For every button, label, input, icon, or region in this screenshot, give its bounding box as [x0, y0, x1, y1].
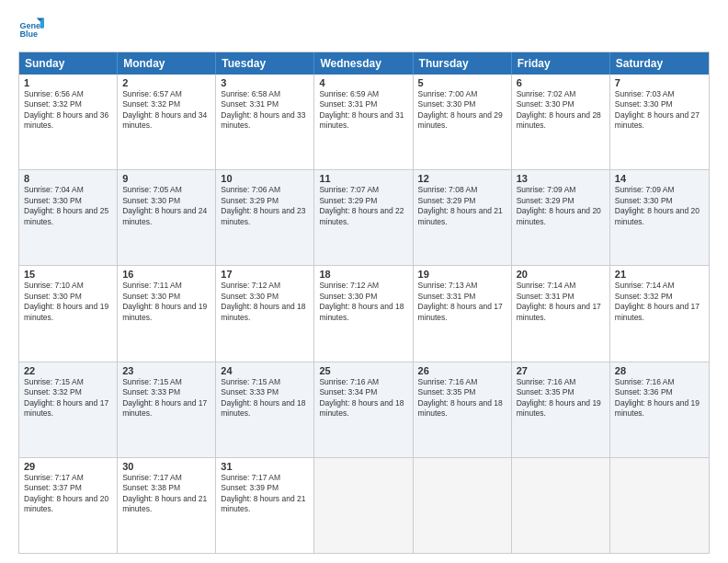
day-number: 9 — [122, 173, 210, 184]
cell-info: Sunrise: 7:05 AMSunset: 3:30 PMDaylight:… — [122, 185, 210, 227]
day-number: 8 — [24, 173, 112, 184]
table-row: 17 Sunrise: 7:12 AMSunset: 3:30 PMDaylig… — [216, 266, 314, 361]
header: General Blue — [18, 17, 710, 42]
table-row: 13 Sunrise: 7:09 AMSunset: 3:29 PMDaylig… — [512, 170, 610, 265]
day-number: 24 — [221, 365, 309, 376]
cell-info: Sunrise: 7:17 AMSunset: 3:37 PMDaylight:… — [24, 473, 112, 515]
cell-info: Sunrise: 7:07 AMSunset: 3:29 PMDaylight:… — [319, 185, 407, 227]
table-row: 19 Sunrise: 7:13 AMSunset: 3:31 PMDaylig… — [414, 266, 512, 361]
cell-info: Sunrise: 6:56 AMSunset: 3:32 PMDaylight:… — [24, 89, 112, 132]
svg-text:Blue: Blue — [19, 29, 38, 39]
cell-info: Sunrise: 7:14 AMSunset: 3:31 PMDaylight:… — [517, 281, 605, 323]
day-number: 26 — [418, 365, 506, 376]
table-row: 10 Sunrise: 7:06 AMSunset: 3:29 PMDaylig… — [216, 170, 314, 265]
table-row — [512, 458, 610, 553]
cell-info: Sunrise: 6:57 AMSunset: 3:32 PMDaylight:… — [122, 89, 210, 132]
day-number: 1 — [24, 77, 112, 88]
cell-info: Sunrise: 7:08 AMSunset: 3:29 PMDaylight:… — [418, 185, 506, 227]
table-row: 22 Sunrise: 7:15 AMSunset: 3:32 PMDaylig… — [19, 362, 118, 457]
table-row: 8 Sunrise: 7:04 AMSunset: 3:30 PMDayligh… — [19, 170, 118, 265]
day-number: 14 — [615, 173, 704, 184]
day-number: 27 — [517, 365, 605, 376]
table-row: 18 Sunrise: 7:12 AMSunset: 3:30 PMDaylig… — [314, 266, 413, 361]
day-number: 11 — [319, 173, 407, 184]
table-row: 5 Sunrise: 7:00 AMSunset: 3:30 PMDayligh… — [414, 75, 512, 169]
cell-info: Sunrise: 7:10 AMSunset: 3:30 PMDaylight:… — [24, 281, 112, 323]
day-number: 19 — [418, 269, 506, 280]
table-row: 30 Sunrise: 7:17 AMSunset: 3:38 PMDaylig… — [118, 458, 216, 553]
day-number: 25 — [319, 365, 407, 376]
cell-info: Sunrise: 7:00 AMSunset: 3:30 PMDaylight:… — [418, 89, 506, 132]
cell-info: Sunrise: 7:16 AMSunset: 3:35 PMDaylight:… — [517, 377, 605, 419]
day-number: 5 — [418, 77, 506, 88]
calendar-week-3: 15 Sunrise: 7:10 AMSunset: 3:30 PMDaylig… — [19, 265, 709, 361]
cell-info: Sunrise: 7:16 AMSunset: 3:36 PMDaylight:… — [615, 377, 704, 419]
table-row: 1 Sunrise: 6:56 AMSunset: 3:32 PMDayligh… — [19, 75, 118, 169]
cell-info: Sunrise: 6:59 AMSunset: 3:31 PMDaylight:… — [319, 89, 407, 132]
day-number: 10 — [221, 173, 309, 184]
header-tuesday: Tuesday — [216, 52, 314, 75]
page: General Blue Sunday Monday Tuesday Wedne… — [0, 0, 728, 563]
header-sunday: Sunday — [19, 52, 118, 75]
day-number: 20 — [517, 269, 605, 280]
cell-info: Sunrise: 7:12 AMSunset: 3:30 PMDaylight:… — [221, 281, 309, 323]
logo: General Blue — [18, 17, 48, 42]
calendar-week-1: 1 Sunrise: 6:56 AMSunset: 3:32 PMDayligh… — [19, 75, 709, 169]
day-number: 17 — [221, 269, 309, 280]
day-number: 21 — [615, 269, 704, 280]
table-row — [314, 458, 413, 553]
table-row: 4 Sunrise: 6:59 AMSunset: 3:31 PMDayligh… — [314, 75, 413, 169]
cell-info: Sunrise: 7:17 AMSunset: 3:38 PMDaylight:… — [122, 473, 210, 515]
header-saturday: Saturday — [610, 52, 709, 75]
cell-info: Sunrise: 7:16 AMSunset: 3:35 PMDaylight:… — [418, 377, 506, 419]
day-number: 29 — [24, 461, 112, 472]
cell-info: Sunrise: 7:14 AMSunset: 3:32 PMDaylight:… — [615, 281, 704, 323]
day-number: 15 — [24, 269, 112, 280]
cell-info: Sunrise: 7:15 AMSunset: 3:32 PMDaylight:… — [24, 377, 112, 419]
table-row: 25 Sunrise: 7:16 AMSunset: 3:34 PMDaylig… — [314, 362, 413, 457]
cell-info: Sunrise: 7:03 AMSunset: 3:30 PMDaylight:… — [615, 89, 704, 132]
header-wednesday: Wednesday — [314, 52, 413, 75]
table-row: 20 Sunrise: 7:14 AMSunset: 3:31 PMDaylig… — [512, 266, 610, 361]
cell-info: Sunrise: 7:15 AMSunset: 3:33 PMDaylight:… — [221, 377, 309, 419]
cell-info: Sunrise: 7:16 AMSunset: 3:34 PMDaylight:… — [319, 377, 407, 419]
cell-info: Sunrise: 7:09 AMSunset: 3:30 PMDaylight:… — [615, 185, 704, 227]
cell-info: Sunrise: 7:12 AMSunset: 3:30 PMDaylight:… — [319, 281, 407, 323]
table-row: 26 Sunrise: 7:16 AMSunset: 3:35 PMDaylig… — [414, 362, 512, 457]
table-row: 24 Sunrise: 7:15 AMSunset: 3:33 PMDaylig… — [216, 362, 314, 457]
calendar-week-4: 22 Sunrise: 7:15 AMSunset: 3:32 PMDaylig… — [19, 362, 709, 457]
day-number: 12 — [418, 173, 506, 184]
day-number: 6 — [517, 77, 605, 88]
header-monday: Monday — [118, 52, 216, 75]
table-row: 27 Sunrise: 7:16 AMSunset: 3:35 PMDaylig… — [512, 362, 610, 457]
table-row: 23 Sunrise: 7:15 AMSunset: 3:33 PMDaylig… — [118, 362, 216, 457]
table-row: 12 Sunrise: 7:08 AMSunset: 3:29 PMDaylig… — [414, 170, 512, 265]
header-friday: Friday — [512, 52, 610, 75]
calendar-week-2: 8 Sunrise: 7:04 AMSunset: 3:30 PMDayligh… — [19, 169, 709, 265]
table-row — [414, 458, 512, 553]
table-row: 6 Sunrise: 7:02 AMSunset: 3:30 PMDayligh… — [512, 75, 610, 169]
table-row: 31 Sunrise: 7:17 AMSunset: 3:39 PMDaylig… — [216, 458, 314, 553]
table-row: 28 Sunrise: 7:16 AMSunset: 3:36 PMDaylig… — [610, 362, 709, 457]
day-number: 2 — [122, 77, 210, 88]
day-number: 7 — [615, 77, 704, 88]
cell-info: Sunrise: 6:58 AMSunset: 3:31 PMDaylight:… — [221, 89, 309, 132]
day-number: 3 — [221, 77, 309, 88]
cell-info: Sunrise: 7:02 AMSunset: 3:30 PMDaylight:… — [517, 89, 605, 132]
calendar-week-5: 29 Sunrise: 7:17 AMSunset: 3:37 PMDaylig… — [19, 457, 709, 553]
cell-info: Sunrise: 7:06 AMSunset: 3:29 PMDaylight:… — [221, 185, 309, 227]
day-number: 30 — [122, 461, 210, 472]
calendar-body: 1 Sunrise: 6:56 AMSunset: 3:32 PMDayligh… — [19, 75, 709, 553]
table-row: 7 Sunrise: 7:03 AMSunset: 3:30 PMDayligh… — [610, 75, 709, 169]
table-row: 2 Sunrise: 6:57 AMSunset: 3:32 PMDayligh… — [118, 75, 216, 169]
table-row: 15 Sunrise: 7:10 AMSunset: 3:30 PMDaylig… — [19, 266, 118, 361]
day-number: 23 — [122, 365, 210, 376]
day-number: 4 — [319, 77, 407, 88]
table-row: 9 Sunrise: 7:05 AMSunset: 3:30 PMDayligh… — [118, 170, 216, 265]
cell-info: Sunrise: 7:15 AMSunset: 3:33 PMDaylight:… — [122, 377, 210, 419]
table-row: 21 Sunrise: 7:14 AMSunset: 3:32 PMDaylig… — [610, 266, 709, 361]
cell-info: Sunrise: 7:09 AMSunset: 3:29 PMDaylight:… — [517, 185, 605, 227]
table-row: 3 Sunrise: 6:58 AMSunset: 3:31 PMDayligh… — [216, 75, 314, 169]
header-thursday: Thursday — [414, 52, 512, 75]
table-row: 16 Sunrise: 7:11 AMSunset: 3:30 PMDaylig… — [118, 266, 216, 361]
